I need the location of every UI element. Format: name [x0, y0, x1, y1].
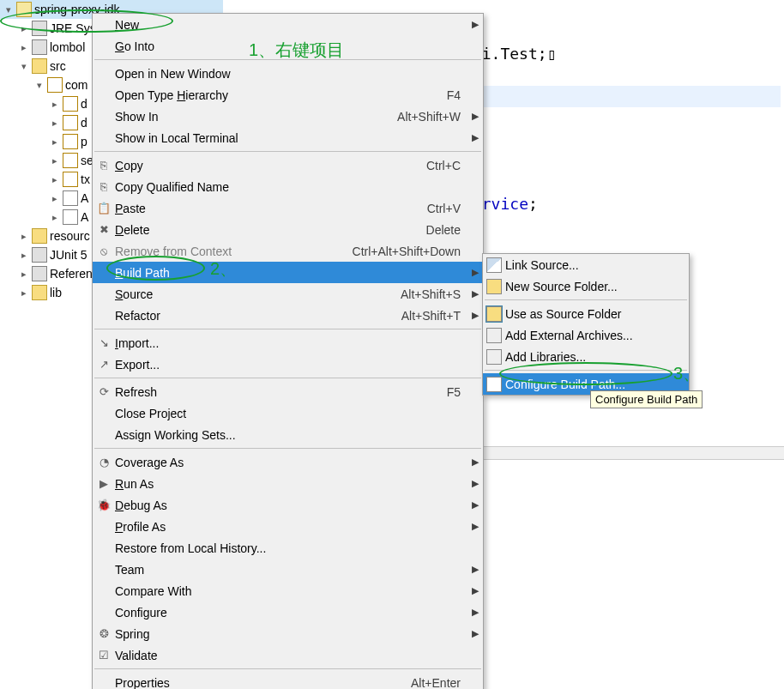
- tree-label: d: [81, 94, 87, 113]
- menu-item[interactable]: ⎘CopyCtrl+C: [93, 154, 483, 176]
- menu-item[interactable]: Team▶: [93, 559, 483, 580]
- menu-item[interactable]: Restore from Local History...: [93, 537, 483, 559]
- menu-item-icon: ⎘: [93, 176, 115, 197]
- menu-item[interactable]: Add External Archives...: [483, 324, 689, 346]
- menu-item-icon: [93, 424, 115, 445]
- menu-item-label: Close Project: [115, 407, 461, 420]
- menu-item[interactable]: 🐞Debug As▶: [93, 494, 483, 516]
- expand-icon[interactable]: ▸: [19, 264, 29, 283]
- menu-item[interactable]: ◔Coverage As▶: [93, 451, 483, 473]
- menu-item-label: Profile As: [115, 520, 461, 534]
- expand-icon[interactable]: ▸: [50, 132, 60, 151]
- menu-item-label: Configure: [115, 606, 461, 619]
- jar-icon: [32, 39, 47, 55]
- menu-item-label: Delete: [115, 223, 426, 237]
- submenu-arrow-icon: ▶: [467, 456, 483, 468]
- fldr-icon: [32, 285, 47, 300]
- collapse-icon[interactable]: ▾: [34, 76, 45, 94]
- menu-item[interactable]: Link Source...: [483, 254, 689, 275]
- menu-item[interactable]: Close Project: [93, 402, 483, 424]
- file-icon: [63, 190, 78, 206]
- submenu-arrow-icon: ▶: [467, 132, 483, 143]
- menu-item-icon: ⦸: [93, 240, 115, 262]
- submenu-arrow-icon: ▶: [467, 288, 483, 299]
- expand-icon[interactable]: ▸: [50, 208, 60, 227]
- menu-item[interactable]: Open in New Window: [93, 63, 483, 84]
- menu-item-accelerator: F5: [447, 385, 467, 399]
- menu-item[interactable]: Profile As▶: [93, 516, 483, 537]
- menu-item-icon: [483, 324, 505, 346]
- menu-item[interactable]: 📋PasteCtrl+V: [93, 197, 483, 219]
- fldr-icon: [32, 228, 47, 244]
- menu-item-icon: [93, 305, 115, 326]
- expand-icon[interactable]: ▸: [50, 170, 60, 189]
- expand-icon[interactable]: ▸: [19, 227, 29, 245]
- menu-item-icon: ↗: [93, 354, 115, 375]
- menu-item-label: Copy: [115, 159, 426, 172]
- menu-item-label: Compare With: [115, 584, 461, 598]
- menu-item[interactable]: Compare With▶: [93, 580, 483, 601]
- annotation-ring-1: [0, 9, 173, 33]
- menu-item-icon: ✖: [93, 219, 115, 240]
- menu-item-label: Open Type Hierarchy: [115, 88, 447, 102]
- submenu-arrow-icon: ▶: [467, 19, 483, 30]
- submenu-arrow-icon: ▶: [467, 607, 483, 618]
- menu-item-label: Paste: [115, 202, 427, 215]
- pkg-icon: [63, 134, 78, 149]
- menu-item-icon: ↘: [93, 332, 115, 354]
- submenu-arrow-icon: ▶: [467, 628, 483, 639]
- fldr-icon: [32, 58, 47, 74]
- submenu-arrow-icon: ▶: [467, 521, 483, 532]
- menu-item-icon: [93, 127, 115, 148]
- menu-item[interactable]: Show InAlt+Shift+W▶: [93, 106, 483, 127]
- tree-label: tx: [81, 170, 90, 189]
- menu-item[interactable]: ↗Export...: [93, 354, 483, 375]
- menu-item[interactable]: Configure▶: [93, 601, 483, 623]
- pkg-icon: [63, 153, 78, 168]
- menu-item-icon: [93, 84, 115, 106]
- expand-icon[interactable]: ▸: [19, 38, 29, 57]
- menu-item-accelerator: Delete: [426, 223, 467, 237]
- menu-item-label: Restore from Local History...: [115, 541, 461, 555]
- menu-item-accelerator: Alt+Shift+S: [401, 287, 467, 301]
- menu-item-icon: [93, 63, 115, 84]
- menu-item[interactable]: PropertiesAlt+Enter: [93, 672, 483, 689]
- tree-label: lib: [50, 283, 62, 302]
- expand-icon[interactable]: ▸: [50, 151, 60, 170]
- menu-separator: [94, 151, 481, 152]
- expand-icon[interactable]: ▸: [50, 113, 60, 132]
- menu-item[interactable]: ▶Run As▶: [93, 473, 483, 494]
- expand-icon[interactable]: ▸: [50, 94, 60, 113]
- collapse-icon[interactable]: ▾: [19, 57, 29, 76]
- menu-item[interactable]: Show in Local Terminal▶: [93, 127, 483, 148]
- expand-icon[interactable]: ▸: [50, 189, 60, 208]
- jar-icon: [32, 266, 47, 281]
- menu-item[interactable]: SourceAlt+Shift+S▶: [93, 283, 483, 305]
- tree-label: JUnit 5: [50, 245, 87, 264]
- menu-item[interactable]: Assign Working Sets...: [93, 424, 483, 445]
- menu-item[interactable]: ✖DeleteDelete: [93, 219, 483, 240]
- expand-icon[interactable]: ▸: [19, 245, 29, 264]
- menu-item-label: Spring: [115, 627, 461, 641]
- menu-item-accelerator: Alt+Shift+T: [401, 309, 467, 323]
- menu-item-label: Link Source...: [505, 258, 666, 272]
- menu-item[interactable]: ☑Validate: [93, 644, 483, 666]
- menu-item[interactable]: ⟳RefreshF5: [93, 381, 483, 402]
- menu-item[interactable]: RefactorAlt+Shift+T▶: [93, 305, 483, 326]
- menu-item[interactable]: ❂Spring▶: [93, 623, 483, 644]
- menu-item-label: Refresh: [115, 385, 447, 399]
- submenu-arrow-icon: ▶: [467, 310, 483, 321]
- expand-icon[interactable]: ▸: [19, 283, 29, 302]
- menu-item-icon: [93, 516, 115, 537]
- tree-label: p: [81, 132, 87, 151]
- menu-item[interactable]: ⎘Copy Qualified Name: [93, 176, 483, 197]
- menu-item[interactable]: New Source Folder...: [483, 275, 689, 297]
- menu-item-label: Export...: [115, 358, 461, 372]
- context-menu[interactable]: New▶Go IntoOpen in New WindowOpen Type H…: [92, 13, 484, 689]
- menu-item[interactable]: Use as Source Folder: [483, 303, 689, 324]
- menu-item-label: Show In: [115, 110, 397, 124]
- tree-label: com: [65, 76, 87, 94]
- menu-item[interactable]: ↘Import...: [93, 332, 483, 354]
- menu-item[interactable]: Open Type HierarchyF4: [93, 84, 483, 106]
- menu-separator: [94, 329, 481, 329]
